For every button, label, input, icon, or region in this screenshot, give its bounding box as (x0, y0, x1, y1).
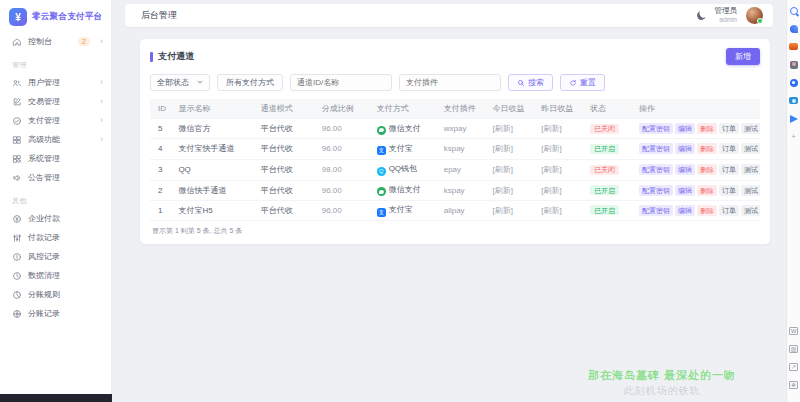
sidebar-item-label: 控制台 (28, 36, 52, 47)
profile-icon[interactable] (789, 60, 798, 69)
row-action-button[interactable]: 配置密钥 (639, 185, 673, 196)
row-action-button[interactable]: 配置密钥 (639, 205, 673, 216)
payment-plugin-input[interactable] (399, 74, 501, 91)
row-action-button[interactable]: 编辑 (675, 164, 695, 175)
sidebar-item-label: 企业付款 (28, 213, 60, 224)
qq-wallet-icon: Q (377, 167, 386, 176)
desktop-lyrics-overlay: 那在海岛墓碑 最深处的一吻 此刻机场的铁轨 (588, 368, 736, 398)
briefcase-icon[interactable] (789, 42, 798, 51)
sidebar-item[interactable]: 分账记录 (0, 304, 111, 323)
sidebar-item[interactable]: 企业付款 (0, 209, 111, 228)
title-accent-bar (150, 52, 153, 62)
sidebar-item-label: 分账记录 (28, 308, 60, 319)
row-action-button[interactable]: 订单 (719, 143, 739, 154)
status-select[interactable]: 全部状态 (150, 74, 210, 91)
row-action-button[interactable]: 配置密钥 (639, 143, 673, 154)
row-action-button[interactable]: 删除 (697, 123, 717, 134)
side-panel-icon[interactable]: ▥ (789, 344, 798, 353)
cell-ratio: 96.00 (318, 119, 373, 139)
row-action-button[interactable]: 删除 (697, 164, 717, 175)
compass-icon[interactable] (789, 78, 798, 87)
row-action-button[interactable]: 订单 (719, 123, 739, 134)
user-menu[interactable]: 管理员 admin (715, 7, 738, 23)
payment-method-select[interactable]: 所有支付方式 (217, 74, 283, 91)
sidebar-item[interactable]: 风控记录 (0, 247, 111, 266)
search-icon (517, 79, 525, 87)
status-badge: 已关闭 (590, 165, 619, 175)
column-header: 支付方式 (373, 99, 440, 119)
cell-yesterday-revenue[interactable]: [刷新] (537, 119, 586, 139)
cell-today-revenue[interactable]: [刷新] (489, 200, 538, 221)
logo-icon: ¥ (9, 8, 27, 26)
cell-id: 4 (150, 139, 174, 160)
sidebar-sections: 管理用户管理›交易管理›支付管理›高级功能›系统管理公告管理其他企业付款付款记录… (0, 60, 111, 323)
search-icon[interactable] (789, 6, 798, 15)
send-icon[interactable] (789, 114, 798, 123)
sidebar-item[interactable]: 分账规则 (0, 285, 111, 304)
chevron-right-icon: › (100, 116, 103, 125)
lyric-current-line: 那在海岛墓碑 最深处的一吻 (588, 368, 736, 383)
row-action-button[interactable]: 编辑 (675, 185, 695, 196)
sidebar-item-label: 风控记录 (28, 251, 60, 262)
row-action-button[interactable]: 订单 (719, 164, 739, 175)
cell-today-revenue[interactable]: [刷新] (489, 119, 538, 139)
add-button[interactable]: 新增 (726, 48, 760, 65)
sidebar-item-console[interactable]: 控制台 2 › (0, 32, 111, 51)
sidebar-item[interactable]: 付款记录 (0, 228, 111, 247)
row-action-button[interactable]: 删除 (697, 143, 717, 154)
row-action-button[interactable]: 配置密钥 (639, 123, 673, 134)
cell-today-revenue[interactable]: [刷新] (489, 159, 538, 180)
row-action-button[interactable]: 编辑 (675, 205, 695, 216)
cell-plugin: wxpay (440, 119, 489, 139)
column-header: 操作 (635, 99, 760, 119)
cell-actions: 配置密钥编辑删除订单测试 (635, 200, 760, 221)
sidebar-item[interactable]: 高级功能› (0, 130, 111, 149)
row-action-button[interactable]: 测试 (741, 205, 760, 216)
column-header: 昨日收益 (537, 99, 586, 119)
avatar[interactable] (746, 7, 763, 24)
cell-yesterday-revenue[interactable]: [刷新] (537, 180, 586, 200)
row-action-button[interactable]: 删除 (697, 205, 717, 216)
chevron-right-icon: › (100, 78, 103, 87)
camera-icon[interactable] (789, 96, 798, 105)
table-row: 3QQ平台代收98.00QQQ钱包epay[刷新][刷新]已关闭配置密钥编辑删除… (150, 159, 760, 180)
sidebar-item[interactable]: 交易管理› (0, 92, 111, 111)
sidebar-item[interactable]: 系统管理 (0, 149, 111, 168)
cell-yesterday-revenue[interactable]: [刷新] (537, 200, 586, 221)
row-action-button[interactable]: 测试 (741, 143, 760, 154)
search-button[interactable]: 搜索 (508, 74, 553, 91)
row-action-button[interactable]: 编辑 (675, 143, 695, 154)
wechat-pay-icon (377, 126, 386, 135)
row-action-button[interactable]: 订单 (719, 205, 739, 216)
sidebar-item[interactable]: 公告管理 (0, 168, 111, 187)
cell-today-revenue[interactable]: [刷新] (489, 180, 538, 200)
section-label: 其他 (12, 196, 111, 206)
browser-side-strip: +W▥↗✲ (786, 0, 800, 402)
dark-mode-toggle-icon[interactable] (695, 10, 706, 21)
sidebar-item[interactable]: 数据清理 (0, 266, 111, 285)
row-action-button[interactable]: 订单 (719, 185, 739, 196)
cell-yesterday-revenue[interactable]: [刷新] (537, 159, 586, 180)
row-action-button[interactable]: 测试 (741, 123, 760, 134)
cell-yesterday-revenue[interactable]: [刷新] (537, 139, 586, 160)
row-action-button[interactable]: 测试 (741, 164, 760, 175)
sidebar-item-label: 交易管理 (28, 96, 60, 107)
row-action-button[interactable]: 测试 (741, 185, 760, 196)
row-action-button[interactable]: 删除 (697, 185, 717, 196)
row-action-button[interactable]: 配置密钥 (639, 164, 673, 175)
reset-button[interactable]: 重置 (560, 74, 605, 91)
cell-actions: 配置密钥编辑删除订单测试 (635, 180, 760, 200)
users-icon (11, 77, 22, 88)
cell-ratio: 98.00 (318, 159, 373, 180)
comet-icon[interactable] (789, 24, 798, 33)
channel-id-input[interactable] (290, 74, 392, 91)
external-link-icon[interactable]: ↗ (789, 362, 798, 371)
cell-today-revenue[interactable]: [刷新] (489, 139, 538, 160)
row-action-button[interactable]: 编辑 (675, 123, 695, 134)
wayback-icon[interactable]: W (789, 326, 798, 335)
sidebar-item[interactable]: 支付管理› (0, 111, 111, 130)
add-icon[interactable]: + (789, 132, 798, 141)
cell-mode: 平台代收 (257, 119, 318, 139)
sidebar-item[interactable]: 用户管理› (0, 73, 111, 92)
settings-icon[interactable]: ✲ (789, 380, 798, 389)
